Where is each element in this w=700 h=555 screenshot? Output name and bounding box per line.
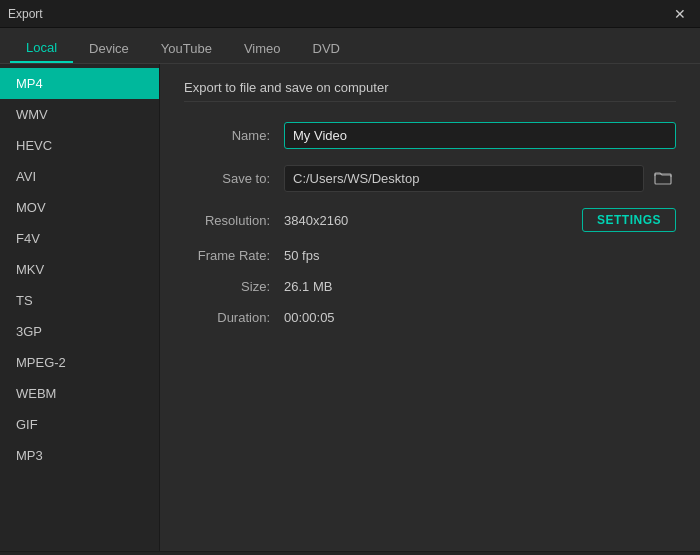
frame-rate-label: Frame Rate: bbox=[184, 248, 284, 263]
settings-button[interactable]: SETTINGS bbox=[582, 208, 676, 232]
duration-field: 00:00:05 bbox=[284, 310, 676, 325]
tab-vimeo[interactable]: Vimeo bbox=[228, 35, 297, 62]
size-label: Size: bbox=[184, 279, 284, 294]
duration-value: 00:00:05 bbox=[284, 310, 335, 325]
window-title: Export bbox=[8, 7, 43, 21]
resolution-value: 3840x2160 bbox=[284, 213, 582, 228]
sidebar-item-webm[interactable]: WEBM bbox=[0, 378, 159, 409]
export-content: Export to file and save on computer Name… bbox=[160, 64, 700, 551]
frame-rate-value: 50 fps bbox=[284, 248, 319, 263]
frame-rate-row: Frame Rate: 50 fps bbox=[184, 248, 676, 263]
sidebar-item-mpeg2[interactable]: MPEG-2 bbox=[0, 347, 159, 378]
tab-device[interactable]: Device bbox=[73, 35, 145, 62]
tab-local[interactable]: Local bbox=[10, 34, 73, 63]
resolution-label: Resolution: bbox=[184, 213, 284, 228]
sidebar-item-3gp[interactable]: 3GP bbox=[0, 316, 159, 347]
tab-dvd[interactable]: DVD bbox=[297, 35, 356, 62]
duration-label: Duration: bbox=[184, 310, 284, 325]
name-input[interactable] bbox=[284, 122, 676, 149]
sidebar-item-mov[interactable]: MOV bbox=[0, 192, 159, 223]
section-title: Export to file and save on computer bbox=[184, 80, 676, 102]
frame-rate-field: 50 fps bbox=[284, 248, 676, 263]
name-field bbox=[284, 122, 676, 149]
sidebar-item-avi[interactable]: AVI bbox=[0, 161, 159, 192]
name-label: Name: bbox=[184, 128, 284, 143]
browse-folder-button[interactable] bbox=[650, 167, 676, 191]
sidebar-item-hevc[interactable]: HEVC bbox=[0, 130, 159, 161]
resolution-field: 3840x2160 SETTINGS bbox=[284, 208, 676, 232]
sidebar-item-mp3[interactable]: MP3 bbox=[0, 440, 159, 471]
main-layout: MP4 WMV HEVC AVI MOV F4V MKV TS 3GP MPEG… bbox=[0, 64, 700, 551]
save-to-row: Save to: C:/Users/WS/Desktop bbox=[184, 165, 676, 192]
title-bar: Export ✕ bbox=[0, 0, 700, 28]
save-to-label: Save to: bbox=[184, 171, 284, 186]
tab-youtube[interactable]: YouTube bbox=[145, 35, 228, 62]
sidebar-item-wmv[interactable]: WMV bbox=[0, 99, 159, 130]
bottom-bar: Enable GPU accelerated video encoding. E… bbox=[0, 551, 700, 555]
sidebar-item-gif[interactable]: GIF bbox=[0, 409, 159, 440]
save-to-field: C:/Users/WS/Desktop bbox=[284, 165, 676, 192]
format-sidebar: MP4 WMV HEVC AVI MOV F4V MKV TS 3GP MPEG… bbox=[0, 64, 160, 551]
size-row: Size: 26.1 MB bbox=[184, 279, 676, 294]
duration-row: Duration: 00:00:05 bbox=[184, 310, 676, 325]
close-button[interactable]: ✕ bbox=[668, 4, 692, 24]
path-display: C:/Users/WS/Desktop bbox=[284, 165, 676, 192]
tab-bar: Local Device YouTube Vimeo DVD bbox=[0, 28, 700, 64]
save-path: C:/Users/WS/Desktop bbox=[284, 165, 644, 192]
sidebar-item-mp4[interactable]: MP4 bbox=[0, 68, 159, 99]
sidebar-item-f4v[interactable]: F4V bbox=[0, 223, 159, 254]
name-row: Name: bbox=[184, 122, 676, 149]
size-field: 26.1 MB bbox=[284, 279, 676, 294]
sidebar-item-mkv[interactable]: MKV bbox=[0, 254, 159, 285]
size-value: 26.1 MB bbox=[284, 279, 332, 294]
resolution-row-inner: 3840x2160 SETTINGS bbox=[284, 208, 676, 232]
resolution-row: Resolution: 3840x2160 SETTINGS bbox=[184, 208, 676, 232]
sidebar-item-ts[interactable]: TS bbox=[0, 285, 159, 316]
